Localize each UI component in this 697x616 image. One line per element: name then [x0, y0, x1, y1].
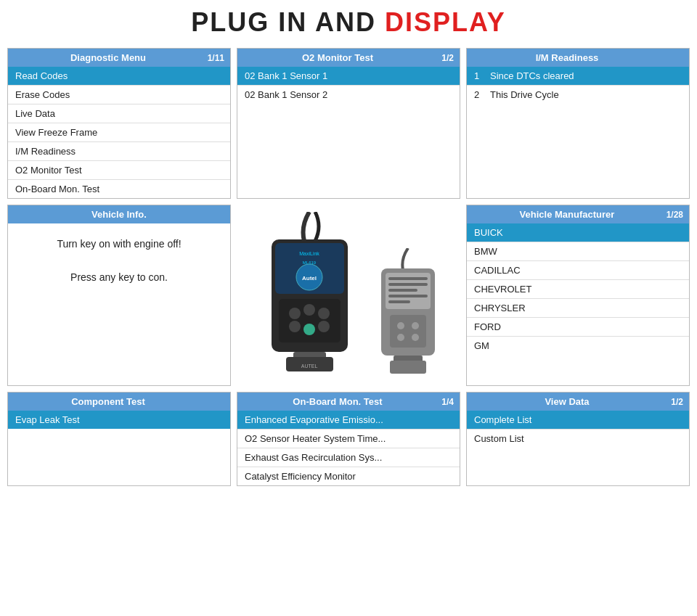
view-data-panel: View Data 1/2 Complete List Custom List [466, 392, 690, 486]
svg-text:Autel: Autel [302, 275, 317, 282]
svg-point-26 [397, 334, 404, 341]
svg-point-25 [412, 322, 419, 329]
onboard-mon-page: 1/4 [432, 397, 454, 407]
svg-rect-23 [390, 315, 426, 348]
diagnostic-menu-panel: Diagnostic Menu 1/11 Read Codes Erase Co… [7, 48, 231, 199]
svg-rect-20 [388, 289, 417, 292]
vehicle-info-title: Vehicle Info. [14, 209, 224, 220]
title-text-black: PLUG IN AND [191, 7, 385, 37]
svg-point-8 [303, 304, 315, 316]
im-row-drive-cycle[interactable]: 2 This Drive Cycle [467, 86, 689, 104]
vehicle-info-panel: Vehicle Info. Turn key on with engine of… [7, 205, 231, 386]
svg-point-24 [397, 322, 404, 329]
vehicle-manufacturer-page: 1/28 [661, 210, 683, 220]
page-title: PLUG IN AND DISPLAY [7, 7, 690, 38]
svg-point-27 [412, 334, 419, 341]
onboard-row-o2-heater[interactable]: O2 Sensor Heater System Time... [237, 430, 460, 448]
im-readiness-panel: I/M Readiness 1 Since DTCs cleared 2 Thi… [466, 48, 690, 199]
o2-monitor-page: 1/2 [432, 53, 454, 63]
secondary-device-svg [375, 248, 441, 379]
component-test-panel: Component Test Evap Leak Test [7, 392, 231, 486]
diagnostic-row-im-readiness[interactable]: I/M Readiness [8, 142, 230, 161]
o2-monitor-panel: O2 Monitor Test 1/2 02 Bank 1 Sensor 1 0… [237, 48, 460, 199]
component-row-evap[interactable]: Evap Leak Test [8, 411, 230, 429]
viewdata-row-complete[interactable]: Complete List [467, 411, 689, 430]
vehicle-info-message2: Press any key to con. [70, 271, 168, 283]
im-readiness-title: I/M Readiness [473, 52, 661, 63]
o2-monitor-title: O2 Monitor Test [243, 52, 432, 63]
main-device-svg: MaxiLink ML619 Autel AUTEL [257, 212, 362, 379]
vehicle-manufacturer-header: Vehicle Manufacturer 1/28 [467, 205, 689, 223]
device-image-panel: MaxiLink ML619 Autel AUTEL [237, 205, 460, 386]
component-test-title: Component Test [14, 396, 203, 407]
onboard-mon-title: On-Board Mon. Test [243, 396, 432, 407]
svg-point-10 [289, 321, 301, 332]
o2-row-bank1-sensor2[interactable]: 02 Bank 1 Sensor 2 [237, 86, 460, 104]
mfr-row-ford[interactable]: FORD [467, 318, 689, 337]
o2-row-bank1-sensor1[interactable]: 02 Bank 1 Sensor 1 [237, 67, 460, 86]
view-data-title: View Data [473, 396, 661, 407]
vehicle-info-message1: Turn key on with engine off! [57, 238, 181, 250]
diagnostic-row-onboard-mon[interactable]: On-Board Mon. Test [8, 180, 230, 198]
diagnostic-menu-page: 1/11 [203, 53, 224, 63]
vehicle-info-header: Vehicle Info. [8, 205, 230, 223]
diagnostic-row-freeze-frame[interactable]: View Freeze Frame [8, 123, 230, 142]
mfr-row-cadillac[interactable]: CADILLAC [467, 261, 689, 280]
im-row-since-dtcs[interactable]: 1 Since DTCs cleared [467, 67, 689, 86]
o2-monitor-header: O2 Monitor Test 1/2 [237, 49, 460, 67]
onboard-row-catalyst[interactable]: Catalyst Efficiency Monitor [237, 467, 460, 485]
mfr-row-chevrolet[interactable]: CHEVROLET [467, 280, 689, 299]
diagnostic-row-live-data[interactable]: Live Data [8, 104, 230, 123]
mfr-row-chrysler[interactable]: CHRYSLER [467, 299, 689, 318]
vehicle-manufacturer-panel: Vehicle Manufacturer 1/28 BUICK BMW CADI… [466, 205, 690, 386]
device-container: MaxiLink ML619 Autel AUTEL [250, 205, 448, 386]
svg-text:AUTEL: AUTEL [301, 364, 317, 369]
svg-text:MaxiLink: MaxiLink [299, 251, 319, 256]
svg-rect-18 [388, 277, 428, 280]
onboard-mon-header: On-Board Mon. Test 1/4 [237, 393, 460, 411]
mfr-row-bmw[interactable]: BMW [467, 242, 689, 261]
diagnostic-row-o2-monitor[interactable]: O2 Monitor Test [8, 161, 230, 180]
diagnostic-menu-title: Diagnostic Menu [14, 52, 203, 63]
component-test-header: Component Test [8, 393, 230, 411]
title-text-red: DISPLAY [385, 7, 506, 37]
diagnostic-row-erase-codes[interactable]: Erase Codes [8, 86, 230, 104]
vehicle-info-body: Turn key on with engine off! Press any k… [8, 223, 230, 297]
svg-point-7 [289, 308, 301, 319]
onboard-row-evap-emission[interactable]: Enhanced Evaporative Emissio... [237, 411, 460, 430]
onboard-row-exhaust-gas[interactable]: Exhaust Gas Recirculation Sys... [237, 448, 460, 467]
mfr-row-buick[interactable]: BUICK [467, 223, 689, 242]
onboard-mon-panel: On-Board Mon. Test 1/4 Enhanced Evaporat… [237, 392, 460, 486]
view-data-page: 1/2 [661, 397, 683, 407]
diagnostic-menu-header: Diagnostic Menu 1/11 [8, 49, 230, 67]
svg-point-11 [303, 324, 315, 335]
vehicle-manufacturer-title: Vehicle Manufacturer [473, 209, 661, 220]
viewdata-row-custom[interactable]: Custom List [467, 430, 689, 448]
im-readiness-header: I/M Readiness [467, 49, 689, 67]
svg-rect-21 [388, 295, 428, 297]
svg-point-12 [318, 321, 330, 332]
mfr-row-gm[interactable]: GM [467, 337, 689, 355]
svg-rect-22 [388, 300, 410, 303]
svg-rect-19 [388, 283, 428, 286]
view-data-header: View Data 1/2 [467, 393, 689, 411]
diagnostic-row-read-codes[interactable]: Read Codes [8, 67, 230, 86]
svg-rect-29 [390, 361, 426, 374]
svg-point-9 [318, 308, 330, 319]
